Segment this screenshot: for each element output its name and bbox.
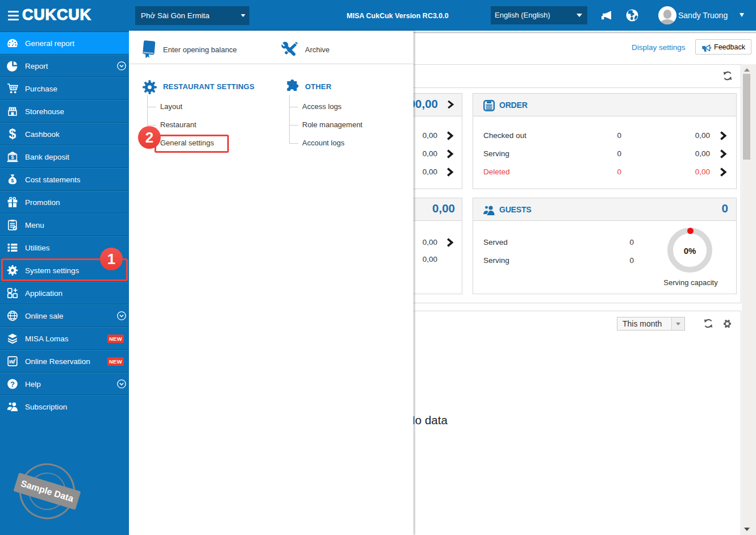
svg-text:?: ?: [10, 380, 15, 388]
svg-text:$: $: [11, 177, 14, 183]
svg-text:$: $: [11, 154, 14, 160]
